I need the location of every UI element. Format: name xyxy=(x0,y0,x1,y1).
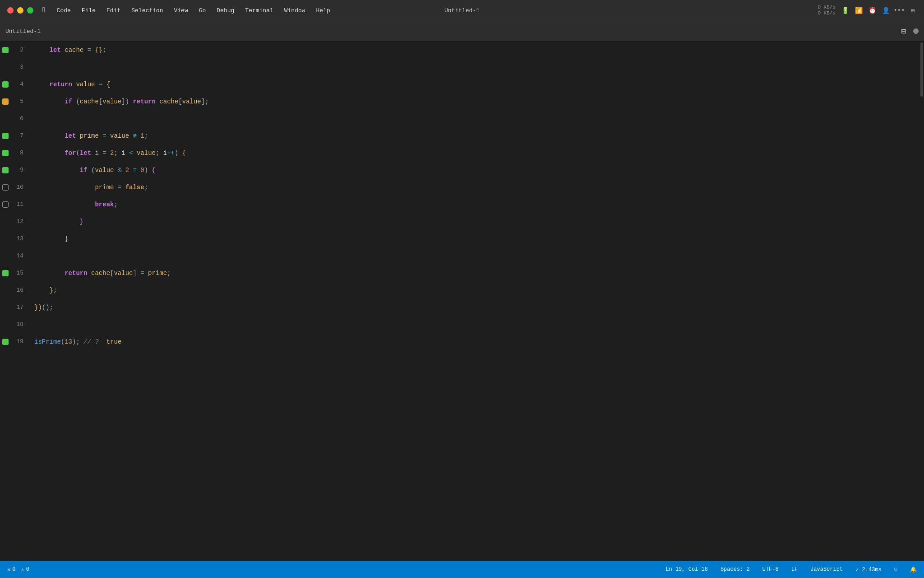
scrollbar-thumb[interactable] xyxy=(920,42,923,97)
indentation[interactable]: Spaces: 2 xyxy=(719,565,752,573)
menu-view[interactable]: View xyxy=(169,5,192,16)
breakpoint-7[interactable] xyxy=(0,127,11,144)
split-editor-icon[interactable]: ⊟ xyxy=(900,27,908,35)
line-number-4: 4 xyxy=(11,76,27,93)
breakpoint-5[interactable] xyxy=(0,93,11,110)
code-line-7: let prime = value ≢ 1; xyxy=(29,127,919,144)
error-count[interactable]: ✕ 0 ⚠ 0 xyxy=(5,565,31,574)
smiley: ☺ xyxy=(894,566,897,573)
gutter-line-3: 3 xyxy=(0,59,29,76)
gutter-line-17: 17 xyxy=(0,299,29,316)
code-content-7: let prime = value ≢ 1; xyxy=(29,127,148,144)
breakpoint-13[interactable] xyxy=(0,230,11,247)
menu-window[interactable]: Window xyxy=(280,5,310,16)
breakpoint-18[interactable] xyxy=(0,316,11,333)
network-info: 0 KB/s0 KB/s xyxy=(818,5,836,16)
code-content-9: if (value % 2 ≡ 0) { xyxy=(29,162,156,179)
statusbar: ✕ 0 ⚠ 0 Ln 19, Col 18 Spaces: 2 UTF-8 LF… xyxy=(0,561,924,578)
minimize-button[interactable] xyxy=(17,7,23,14)
code-content-16: }; xyxy=(29,282,57,299)
code-line-5: if (cache[value]) return cache[value]; xyxy=(29,93,919,110)
line-number-19: 19 xyxy=(11,333,27,350)
line-number-14: 14 xyxy=(11,247,27,265)
gutter: 2 3 4 5 6 7 8 xyxy=(0,42,29,561)
code-content-15: return cache[value] = prime; xyxy=(29,265,171,282)
battery-icon: 🔋 xyxy=(841,6,849,14)
gutter-line-10: 10 xyxy=(0,179,29,196)
breakpoint-3[interactable] xyxy=(0,59,11,76)
line-number-5: 5 xyxy=(11,93,27,110)
menu-debug[interactable]: Debug xyxy=(212,5,239,16)
cursor-position[interactable]: Ln 19, Col 18 xyxy=(664,565,710,573)
breakpoint-8[interactable] xyxy=(0,144,11,162)
menu-terminal[interactable]: Terminal xyxy=(240,5,277,16)
eol[interactable]: LF xyxy=(790,565,799,573)
breakpoint-4[interactable] xyxy=(0,76,11,93)
gutter-line-19: 19 xyxy=(0,333,29,350)
menu-go[interactable]: Go xyxy=(194,5,211,16)
gutter-line-7: 7 xyxy=(0,127,29,144)
line-number-15: 15 xyxy=(11,265,27,282)
menu-edit[interactable]: Edit xyxy=(102,5,125,16)
breakpoint-9[interactable] xyxy=(0,162,11,179)
breakpoint-2[interactable] xyxy=(0,42,11,59)
spaces-text: Spaces: 2 xyxy=(721,566,750,573)
breakpoint-17[interactable] xyxy=(0,299,11,316)
code-line-4: return value ⇒ { xyxy=(29,76,919,93)
tab-title[interactable]: Untitled-1 xyxy=(5,28,41,35)
gutter-line-18: 18 xyxy=(0,316,29,333)
code-area[interactable]: let cache = {}; return value ⇒ { if (cac… xyxy=(29,42,919,561)
maximize-button[interactable] xyxy=(27,7,33,14)
code-line-15: return cache[value] = prime; xyxy=(29,265,919,282)
breakpoint-15[interactable] xyxy=(0,265,11,282)
breakpoint-6[interactable] xyxy=(0,110,11,127)
code-line-3 xyxy=(29,59,919,76)
error-count-value: 0 xyxy=(12,566,15,573)
breakpoint-11[interactable] xyxy=(0,196,11,213)
more-icon[interactable]: ••• xyxy=(895,6,903,14)
line-number-8: 8 xyxy=(11,144,27,162)
smiley-icon[interactable]: ☺ xyxy=(892,565,899,573)
menu-help[interactable]: Help xyxy=(312,5,335,16)
menu-code[interactable]: Code xyxy=(52,5,75,16)
clock-icon: ⏰ xyxy=(868,6,876,14)
code-content-11: break; xyxy=(29,196,118,213)
line-number-3: 3 xyxy=(11,59,27,76)
error-icon: ✕ xyxy=(7,566,10,573)
menu-file[interactable]: File xyxy=(77,5,100,16)
code-line-14 xyxy=(29,247,919,265)
breakpoint-10[interactable] xyxy=(0,179,11,196)
line-number-17: 17 xyxy=(11,299,27,316)
code-content-13: } xyxy=(29,230,69,247)
gutter-line-2: 2 xyxy=(0,42,29,59)
code-line-6 xyxy=(29,110,919,127)
language-text: JavaScript xyxy=(810,566,843,573)
breakpoint-16[interactable] xyxy=(0,282,11,299)
scrollbar[interactable] xyxy=(919,42,924,561)
gutter-line-4: 4 xyxy=(0,76,29,93)
timing[interactable]: ✓ 2.43ms xyxy=(854,565,883,574)
breakpoint-12[interactable] xyxy=(0,213,11,230)
gutter-line-9: 9 xyxy=(0,162,29,179)
line-number-16: 16 xyxy=(11,282,27,299)
encoding-text: UTF-8 xyxy=(762,566,779,573)
code-line-8: for(let i = 2; i < value; i++) { xyxy=(29,144,919,162)
line-number-11: 11 xyxy=(11,196,27,213)
line-number-9: 9 xyxy=(11,162,27,179)
position-text: Ln 19, Col 18 xyxy=(665,566,708,573)
close-button[interactable] xyxy=(7,7,14,14)
menu-selection[interactable]: Selection xyxy=(127,5,167,16)
editor: 2 3 4 5 6 7 8 xyxy=(0,42,924,561)
warning-icon: ⚠ xyxy=(21,566,24,573)
breakpoint-14[interactable] xyxy=(0,247,11,265)
grid-icon: ⊞ xyxy=(909,6,917,14)
bell-icon[interactable]: 🔔 xyxy=(908,565,919,574)
bell: 🔔 xyxy=(910,566,917,573)
encoding[interactable]: UTF-8 xyxy=(761,565,781,573)
circle-icon xyxy=(913,28,919,34)
gutter-line-5: 5 xyxy=(0,93,29,110)
language[interactable]: JavaScript xyxy=(808,565,845,573)
gutter-line-8: 8 xyxy=(0,144,29,162)
code-content-10: prime = false; xyxy=(29,179,148,196)
breakpoint-19[interactable] xyxy=(0,333,11,350)
